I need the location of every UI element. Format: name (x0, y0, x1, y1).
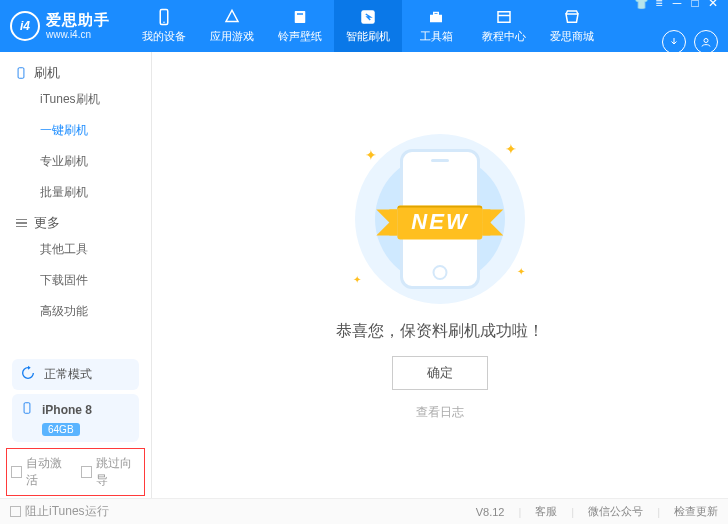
refresh-icon (20, 365, 36, 384)
sidebar-item-batch-flash[interactable]: 批量刷机 (0, 177, 151, 208)
sidebar-item-download-fw[interactable]: 下载固件 (0, 265, 151, 296)
ribbon-text: NEW (397, 205, 482, 239)
tab-smart-flash[interactable]: 智能刷机 (334, 0, 402, 52)
tab-tutorials[interactable]: 教程中心 (470, 0, 538, 52)
tab-label: 教程中心 (482, 29, 526, 44)
ok-button[interactable]: 确定 (392, 356, 488, 390)
tab-label: 铃声壁纸 (278, 29, 322, 44)
post-flash-options: 自动激活 跳过向导 (6, 448, 145, 496)
success-illustration: NEW ✦✦✦✦ (335, 129, 545, 309)
shirt-icon[interactable]: 👕 (636, 0, 646, 8)
brand-name: 爱思助手 (46, 12, 110, 29)
svg-rect-9 (18, 68, 24, 79)
tab-label: 爱思商城 (550, 29, 594, 44)
sidebar: 刷机 iTunes刷机 一键刷机 专业刷机 批量刷机 更多 其他工具 下载固件 … (0, 52, 152, 498)
phone-icon (155, 8, 173, 26)
download-button[interactable] (662, 30, 686, 54)
tab-label: 我的设备 (142, 29, 186, 44)
svg-point-8 (704, 39, 708, 43)
brand-logo: i4 爱思助手 www.i4.cn (10, 11, 110, 41)
titlebar-controls: 👕 ≡ ─ □ ✕ (636, 0, 718, 54)
sidebar-section-label: 刷机 (34, 64, 60, 82)
skip-guide-label: 跳过向导 (96, 455, 140, 489)
device-name: iPhone 8 (42, 403, 92, 417)
device-icon (20, 400, 34, 419)
svg-rect-2 (295, 11, 306, 23)
device-pill[interactable]: iPhone 8 64GB (12, 394, 139, 442)
sidebar-section-more: 更多 (0, 208, 151, 234)
result-message: 恭喜您，保资料刷机成功啦！ (336, 321, 544, 342)
phone-outline-icon (14, 66, 28, 80)
tab-label: 工具箱 (420, 29, 453, 44)
mode-pill[interactable]: 正常模式 (12, 359, 139, 390)
svg-rect-3 (297, 13, 303, 15)
view-log-link[interactable]: 查看日志 (416, 404, 464, 421)
sidebar-section-flash: 刷机 (0, 58, 151, 84)
block-itunes-checkbox[interactable]: 阻止iTunes运行 (10, 503, 109, 520)
store-icon (563, 8, 581, 26)
menu-icon[interactable]: ≡ (654, 0, 664, 8)
support-link[interactable]: 客服 (535, 504, 557, 519)
close-icon[interactable]: ✕ (708, 0, 718, 8)
status-bar: 阻止iTunes运行 V8.12 | 客服 | 微信公众号 | 检查更新 (0, 498, 728, 524)
sidebar-item-advanced[interactable]: 高级功能 (0, 296, 151, 327)
block-itunes-label: 阻止iTunes运行 (25, 503, 109, 520)
svg-point-1 (163, 22, 165, 24)
title-bar: i4 爱思助手 www.i4.cn 我的设备 应用游戏 铃声壁纸 智能刷机 工具… (0, 0, 728, 52)
update-link[interactable]: 检查更新 (674, 504, 718, 519)
wechat-link[interactable]: 微信公众号 (588, 504, 643, 519)
tab-label: 智能刷机 (346, 29, 390, 44)
sidebar-item-itunes-flash[interactable]: iTunes刷机 (0, 84, 151, 115)
toolbox-icon (427, 8, 445, 26)
minimize-icon[interactable]: ─ (672, 0, 682, 8)
tutorial-icon (495, 8, 513, 26)
svg-rect-10 (24, 403, 30, 414)
svg-rect-6 (434, 13, 439, 15)
brand-url: www.i4.cn (46, 29, 110, 40)
sidebar-section-label: 更多 (34, 214, 60, 232)
flash-icon (359, 8, 377, 26)
app-store-icon (223, 8, 241, 26)
sidebar-item-oneclick-flash[interactable]: 一键刷机 (0, 115, 151, 146)
tab-tools[interactable]: 工具箱 (402, 0, 470, 52)
svg-rect-5 (430, 15, 442, 23)
sidebar-item-pro-flash[interactable]: 专业刷机 (0, 146, 151, 177)
tab-apps[interactable]: 应用游戏 (198, 0, 266, 52)
auto-activate-checkbox[interactable]: 自动激活 (11, 455, 71, 489)
note-icon (291, 8, 309, 26)
auto-activate-label: 自动激活 (26, 455, 70, 489)
user-button[interactable] (694, 30, 718, 54)
maximize-icon[interactable]: □ (690, 0, 700, 8)
version-label: V8.12 (476, 506, 505, 518)
tab-my-device[interactable]: 我的设备 (130, 0, 198, 52)
mode-label: 正常模式 (44, 366, 92, 383)
tab-store[interactable]: 爱思商城 (538, 0, 606, 52)
skip-guide-checkbox[interactable]: 跳过向导 (81, 455, 141, 489)
logo-icon: i4 (10, 11, 40, 41)
main-panel: NEW ✦✦✦✦ 恭喜您，保资料刷机成功啦！ 确定 查看日志 (152, 52, 728, 498)
tab-label: 应用游戏 (210, 29, 254, 44)
sidebar-item-other-tools[interactable]: 其他工具 (0, 234, 151, 265)
storage-badge: 64GB (42, 423, 80, 436)
more-icon (14, 216, 28, 230)
top-tabs: 我的设备 应用游戏 铃声壁纸 智能刷机 工具箱 教程中心 爱思商城 (130, 0, 606, 52)
tab-ringtones[interactable]: 铃声壁纸 (266, 0, 334, 52)
svg-rect-7 (498, 12, 510, 23)
